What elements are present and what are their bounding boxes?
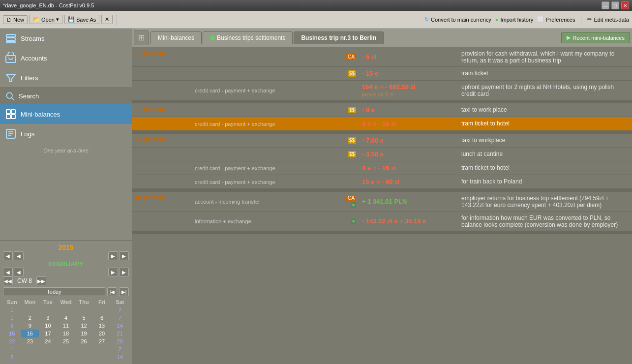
calendar-day[interactable]: 6 — [93, 306, 111, 314]
calendar-day[interactable]: 5 — [75, 345, 93, 353]
calendar-day[interactable]: 12 — [75, 353, 93, 361]
calendar-day[interactable]: 20 — [93, 330, 111, 337]
calendar-day[interactable]: 6 — [93, 314, 111, 322]
save-button[interactable]: 💾 Save As — [64, 15, 99, 24]
calendar-day[interactable]: 22 — [3, 337, 21, 345]
month-prev2-button[interactable]: ◀ — [14, 268, 24, 276]
today-prev-button[interactable]: |◀ — [107, 287, 117, 296]
preferences-button[interactable]: ⬜ Preferences — [537, 16, 575, 23]
calendar-day[interactable]: 23 — [21, 337, 39, 345]
year-next-button[interactable]: ▶ — [119, 251, 129, 260]
table-row[interactable]: information + exchange»- 143.22 zl » + 3… — [132, 212, 632, 231]
table-row[interactable]: credit card - payment + exchange4 e = - … — [132, 117, 632, 131]
calendar-day[interactable]: 17 — [39, 330, 57, 337]
sidebar-item-mini-balances[interactable]: Mini-balances — [0, 104, 132, 124]
year-next2-button[interactable]: ▶ — [108, 251, 118, 260]
calendar-day[interactable]: 3 — [39, 314, 57, 322]
edit-meta-button[interactable]: ✏ Edit meta-data — [587, 16, 629, 23]
calendar-day[interactable]: 24 — [39, 337, 57, 345]
mini-balances-label: Mini-balances — [21, 111, 60, 118]
calendar-day[interactable]: 2 — [21, 306, 39, 314]
table-row[interactable]: $$- 3.50 elunch at cantine — [132, 148, 632, 161]
calendar-day[interactable]: 5 — [75, 306, 93, 314]
calendar-day[interactable]: 8 — [3, 322, 21, 330]
year-prev2-button[interactable]: ◀ — [14, 251, 24, 260]
entry-type: credit card - payment + exchange — [191, 81, 329, 100]
calendar-year-nav: ◀ ◀ ▶ ▶ — [3, 251, 129, 260]
table-row[interactable]: 01.03.2015account - incoming transferCA»… — [132, 192, 632, 212]
calendar-day[interactable]: 4 — [57, 306, 75, 314]
calendar-day[interactable]: 11 — [57, 353, 75, 361]
calendar-day[interactable]: 1 — [3, 314, 21, 322]
calendar-day[interactable]: 5 — [75, 314, 93, 322]
table-row[interactable]: 15.02.2015CA- 5 zlprovision for cash wit… — [132, 47, 632, 67]
new-button[interactable]: 🗋 New — [3, 15, 28, 24]
month-next2-button[interactable]: ▶ — [108, 268, 118, 276]
calendar-day[interactable]: 14 — [111, 322, 129, 330]
calendar-day[interactable]: 2 — [21, 345, 39, 353]
maximize-button[interactable]: □ — [611, 1, 619, 9]
calendar-day[interactable]: 4 — [57, 314, 75, 322]
recent-mini-balances-button[interactable]: ▶ Recent mini-balances — [561, 32, 630, 43]
table-row[interactable]: 17.02.2015$$- 7.60 etaxi to workplace — [132, 134, 632, 148]
table-row[interactable]: credit card - payment + exchange15 e = -… — [132, 175, 632, 189]
today-next-button[interactable]: ▶| — [119, 287, 129, 296]
calendar-day[interactable]: 3 — [39, 345, 57, 353]
tab-mini-balances[interactable]: Mini-balances — [150, 31, 202, 44]
year-prev-button[interactable]: ◀ — [3, 251, 13, 260]
calendar-day[interactable]: 14 — [111, 353, 129, 361]
close-button[interactable]: ✕ — [621, 1, 629, 9]
calendar-day[interactable]: 13 — [93, 322, 111, 330]
minimize-button[interactable]: — — [602, 1, 609, 9]
calendar-day[interactable]: 15 — [3, 330, 21, 337]
table-row[interactable]: $$- 15 etrain ticket — [132, 67, 632, 81]
sidebar-item-logs[interactable]: Logs — [0, 124, 132, 144]
sidebar-item-accounts[interactable]: Accounts — [0, 48, 132, 68]
calendar-day[interactable]: 9 — [21, 322, 39, 330]
calendar-day[interactable]: 7 — [111, 306, 129, 314]
calendar-day[interactable]: 11 — [57, 322, 75, 330]
calendar-day[interactable]: 6 — [93, 345, 111, 353]
calendar-day[interactable]: 19 — [75, 330, 93, 337]
tab-berlin-trip[interactable]: Business trip nr.3 to Berlin — [294, 31, 384, 44]
open-button[interactable]: 📂 Open ▾ — [30, 15, 62, 24]
month-prev-button[interactable]: ◀ — [3, 268, 13, 276]
calendar-day[interactable]: 8 — [3, 353, 21, 361]
month-next-button[interactable]: ▶ — [119, 268, 129, 276]
convert-button[interactable]: ↻ Convert to main currency — [424, 16, 491, 23]
sidebar-item-streams[interactable]: Streams — [0, 29, 132, 48]
close-db-button[interactable]: ✕ — [101, 15, 113, 24]
calendar-day[interactable]: 2 — [21, 314, 39, 322]
calendar-day[interactable]: 7 — [111, 314, 129, 322]
calendar-day[interactable]: 25 — [57, 337, 75, 345]
sidebar-item-filters[interactable]: Filters — [0, 68, 132, 88]
entry-amount: 4 e = - 16 zl — [358, 117, 456, 130]
calendar-day[interactable]: 28 — [111, 337, 129, 345]
cw-next-button[interactable]: ▶▶ — [36, 276, 46, 285]
calendar-day[interactable]: 26 — [75, 337, 93, 345]
table-row[interactable]: 16.02.2015$$- 8 etaxi to work place — [132, 103, 632, 117]
import-history-button[interactable]: ● Import history — [495, 17, 533, 23]
calendar-day[interactable]: 27 — [93, 337, 111, 345]
entry-date — [132, 161, 191, 175]
calendar-day[interactable]: 16 — [21, 330, 39, 337]
table-row[interactable]: credit card - payment + exchange4 e = - … — [132, 161, 632, 175]
calendar-day[interactable]: 3 — [39, 306, 57, 314]
calendar-day[interactable]: 1 — [3, 306, 21, 314]
calendar-day[interactable]: 13 — [93, 353, 111, 361]
calendar-day[interactable]: 4 — [57, 345, 75, 353]
calendar-day[interactable]: 10 — [39, 353, 57, 361]
tab-grid-icon[interactable]: ⊞ — [134, 30, 149, 45]
cw-prev-button[interactable]: ◀◀ — [3, 276, 13, 285]
today-button[interactable]: Today — [3, 287, 105, 296]
tab-business-trips[interactable]: Business trips settlements — [203, 31, 293, 44]
calendar-day[interactable]: 18 — [57, 330, 75, 337]
calendar-day[interactable]: 1 — [3, 345, 21, 353]
calendar-day[interactable]: 21 — [111, 330, 129, 337]
calendar-day[interactable]: 7 — [111, 345, 129, 353]
calendar-day[interactable]: 10 — [39, 322, 57, 330]
calendar-day[interactable]: 12 — [75, 322, 93, 330]
table-row[interactable]: credit card - payment + exchange164 e = … — [132, 81, 632, 100]
accounts-label: Accounts — [21, 55, 47, 62]
calendar-day[interactable]: 9 — [21, 353, 39, 361]
